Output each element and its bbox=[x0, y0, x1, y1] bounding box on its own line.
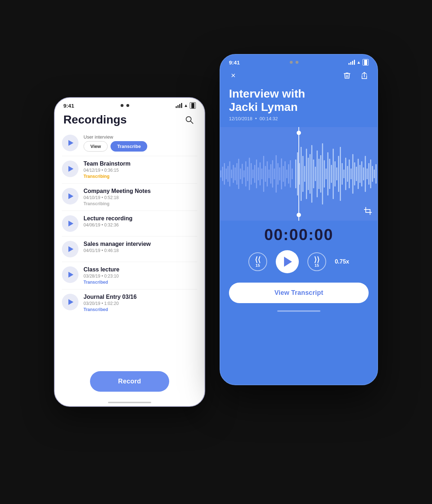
svg-rect-39 bbox=[286, 170, 287, 178]
status-bar-2: 9:41 ▲ █ bbox=[220, 55, 377, 67]
svg-rect-40 bbox=[288, 164, 289, 184]
svg-rect-32 bbox=[274, 168, 275, 179]
view-transcript-section: View Transcript bbox=[220, 279, 377, 310]
divider-4 bbox=[62, 236, 197, 237]
svg-rect-58 bbox=[322, 143, 323, 204]
skip-forward-button[interactable]: ⟩⟩ 15 bbox=[307, 252, 326, 271]
divider-1 bbox=[62, 156, 197, 156]
svg-rect-14 bbox=[242, 164, 243, 184]
list-item: Company Meeting Notes 04/10/19 • 0:52:18… bbox=[55, 184, 204, 210]
status-time-1: 9:41 bbox=[63, 103, 74, 109]
recordings-list: Team Brainstorm 04/12/19 • 0:36:15 Trans… bbox=[55, 157, 204, 316]
svg-rect-9 bbox=[233, 165, 234, 183]
svg-rect-27 bbox=[265, 166, 266, 182]
close-button[interactable]: × bbox=[228, 70, 239, 81]
user-interview-item: User interview View Transcribe bbox=[55, 131, 204, 155]
play-button-1[interactable] bbox=[62, 188, 78, 204]
recording-name-2: Lecture recording bbox=[84, 215, 197, 222]
play-button-5[interactable] bbox=[62, 294, 78, 310]
svg-rect-25 bbox=[261, 168, 262, 179]
divider-5 bbox=[62, 262, 197, 262]
signal-bars-1 bbox=[176, 103, 182, 108]
play-user-interview-button[interactable] bbox=[62, 135, 78, 151]
play-icon-2 bbox=[68, 221, 73, 226]
svg-rect-65 bbox=[334, 161, 336, 186]
recording-date: 12/10/2018 bbox=[229, 116, 252, 121]
svg-rect-33 bbox=[276, 155, 277, 193]
view-button[interactable]: View bbox=[84, 141, 108, 152]
svg-rect-86 bbox=[372, 166, 373, 182]
svg-rect-59 bbox=[324, 160, 325, 188]
svg-rect-4 bbox=[224, 163, 225, 185]
bar-4 bbox=[181, 103, 182, 108]
recording-meta-2: 04/06/19 • 0:32:36 bbox=[84, 222, 197, 228]
list-item: Lecture recording 04/06/19 • 0:32:36 bbox=[55, 212, 204, 235]
recording-info-3: Sales manager interview 04/01/19 • 0:46:… bbox=[84, 241, 197, 254]
svg-rect-89 bbox=[366, 210, 370, 212]
search-button[interactable] bbox=[183, 113, 196, 126]
play-button-4[interactable] bbox=[62, 266, 78, 283]
play-big-triangle-icon bbox=[284, 257, 292, 267]
svg-rect-60 bbox=[325, 168, 327, 179]
play-button-3[interactable] bbox=[62, 241, 78, 257]
recording-status-0: Transcribing bbox=[84, 174, 197, 179]
wbar-4 bbox=[354, 60, 355, 65]
play-button-2[interactable] bbox=[62, 215, 78, 232]
divider-3 bbox=[62, 211, 197, 211]
svg-rect-70 bbox=[343, 170, 345, 178]
play-button-0[interactable] bbox=[62, 161, 78, 177]
svg-rect-52 bbox=[311, 145, 312, 203]
svg-rect-48 bbox=[304, 166, 305, 182]
crop-icon[interactable] bbox=[364, 207, 372, 217]
svg-rect-84 bbox=[368, 163, 369, 185]
svg-rect-22 bbox=[256, 159, 257, 188]
svg-rect-63 bbox=[331, 165, 332, 183]
svg-rect-3 bbox=[222, 167, 223, 181]
timer-section: 00:00:00 bbox=[220, 221, 377, 247]
list-item: Class lecture 03/28/19 • 0:23:10 Transcr… bbox=[55, 263, 204, 288]
svg-rect-50 bbox=[308, 158, 309, 190]
recording-status-5: Transcribed bbox=[84, 307, 197, 312]
player-title: Interview withJacki Lyman bbox=[229, 87, 369, 114]
notch-1 bbox=[121, 104, 129, 107]
svg-rect-87 bbox=[374, 170, 375, 178]
svg-rect-80 bbox=[361, 161, 362, 186]
notch-dot-2 bbox=[126, 104, 129, 107]
wifi-icon: ▲ bbox=[184, 103, 188, 108]
status-icons-2: ▲ █ bbox=[348, 59, 369, 66]
record-button[interactable]: Record bbox=[90, 371, 169, 392]
svg-rect-68 bbox=[340, 147, 341, 201]
transcribe-button[interactable]: Transcribe bbox=[111, 141, 147, 152]
player-meta: 12/10/2018 00:14:32 bbox=[229, 116, 369, 121]
recording-meta-3: 04/01/19 • 0:46:18 bbox=[84, 248, 197, 253]
share-button[interactable] bbox=[359, 70, 370, 81]
svg-rect-35 bbox=[279, 167, 280, 180]
svg-rect-17 bbox=[247, 167, 248, 181]
svg-rect-78 bbox=[358, 159, 359, 189]
svg-rect-26 bbox=[263, 156, 264, 192]
svg-rect-55 bbox=[317, 150, 318, 197]
svg-rect-8 bbox=[231, 170, 232, 178]
bar-3 bbox=[179, 104, 180, 108]
svg-rect-34 bbox=[278, 163, 279, 185]
recording-name-4: Class lecture bbox=[84, 266, 197, 273]
view-transcript-button[interactable]: View Transcript bbox=[229, 283, 369, 303]
recording-info-0: Team Brainstorm 04/12/19 • 0:36:15 Trans… bbox=[84, 161, 197, 179]
delete-button[interactable] bbox=[341, 70, 353, 81]
recording-name-3: Sales manager interview bbox=[84, 241, 197, 247]
home-indicator-2 bbox=[277, 310, 320, 312]
play-icon-1 bbox=[68, 193, 73, 199]
speed-label[interactable]: 0.75x bbox=[335, 258, 349, 265]
svg-rect-72 bbox=[347, 166, 348, 182]
play-pause-button[interactable] bbox=[276, 250, 299, 273]
skip-back-button[interactable]: ⟨⟨ 15 bbox=[248, 252, 267, 271]
svg-rect-43 bbox=[295, 159, 296, 188]
svg-rect-18 bbox=[249, 158, 250, 190]
bar-1 bbox=[176, 106, 177, 108]
svg-rect-54 bbox=[315, 167, 316, 181]
notch-2 bbox=[290, 61, 298, 64]
skip-back-arrow: ⟨⟨ bbox=[255, 256, 261, 263]
player-header: × bbox=[220, 67, 377, 84]
wbar-3 bbox=[352, 61, 353, 65]
svg-rect-13 bbox=[240, 168, 241, 179]
